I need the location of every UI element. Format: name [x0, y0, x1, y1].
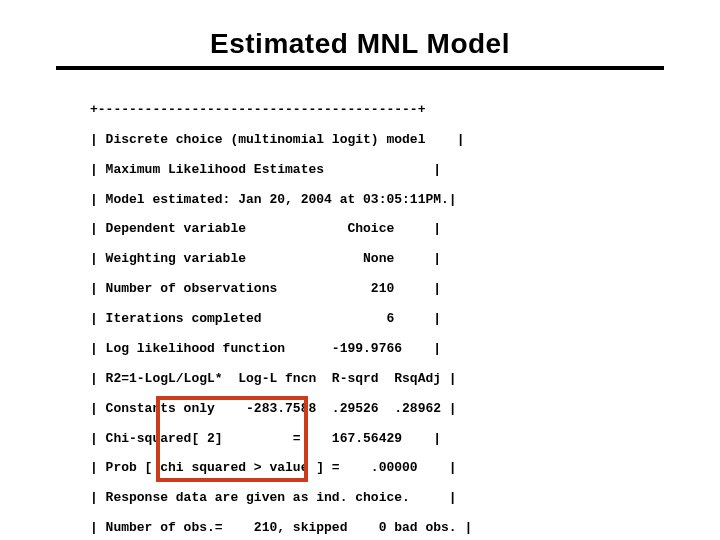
page-title: Estimated MNL Model — [0, 28, 720, 60]
box-line: | Maximum Likelihood Estimates | — [90, 162, 441, 177]
box-line: | Chi-squared[ 2] = 167.56429 | — [90, 431, 441, 446]
output-block: +---------------------------------------… — [90, 88, 630, 540]
box-line: | Iterations completed 6 | — [90, 311, 441, 326]
box-line: | R2=1-LogL/LogL* Log-L fncn R-sqrd RsqA… — [90, 371, 457, 386]
box-line: | Log likelihood function -199.9766 | — [90, 341, 441, 356]
box-line: | Response data are given as ind. choice… — [90, 490, 457, 505]
box-line: | Number of obs.= 210, skipped 0 bad obs… — [90, 520, 472, 535]
box-line: | Constants only -283.7588 .29526 .28962… — [90, 401, 457, 416]
box-line: | Number of observations 210 | — [90, 281, 441, 296]
box-line: | Discrete choice (multinomial logit) mo… — [90, 132, 464, 147]
box-line: | Dependent variable Choice | — [90, 221, 441, 236]
title-rule — [56, 66, 664, 70]
box-border-top: +---------------------------------------… — [90, 102, 425, 117]
box-line: | Weighting variable None | — [90, 251, 441, 266]
box-line: | Prob [ chi squared > value ] = .00000 … — [90, 460, 457, 475]
box-line: | Model estimated: Jan 20, 2004 at 03:05… — [90, 192, 457, 207]
